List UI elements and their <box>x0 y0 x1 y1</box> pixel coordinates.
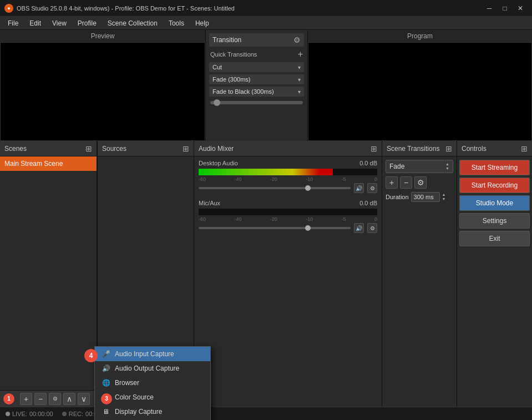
ctx-browser-icon: 🌐 <box>102 378 110 387</box>
transitions-current: Fade <box>389 163 404 170</box>
audio-track-mic-name: Mic/Aux <box>199 200 220 206</box>
audio-track-desktop-header: Desktop Audio 0.0 dB <box>196 159 379 168</box>
transitions-config-btn[interactable]: ⚙ <box>414 176 427 189</box>
program-section: Program <box>308 30 532 141</box>
audio-controls-mic: 🔊 ⚙ <box>196 222 379 234</box>
transition-settings-icon[interactable]: ⚙ <box>293 36 301 44</box>
window-controls: ─ □ ✕ <box>482 3 528 14</box>
transition-fade-item[interactable]: Fade (300ms) ▾ <box>209 74 304 84</box>
studio-mode-button[interactable]: Studio Mode <box>459 195 530 211</box>
audio-content: Desktop Audio 0.0 dB -60 -40 -20 -10 -5 <box>194 156 382 407</box>
sources-panel-config-icon[interactable]: ⊞ <box>183 144 189 153</box>
preview-program-row: Preview Transition ⚙ Quick Transitions +… <box>0 30 532 141</box>
transitions-add-button[interactable]: + <box>386 176 398 189</box>
transition-cut-label: Cut <box>212 64 222 70</box>
ctx-audio-input[interactable]: 🎤 Audio Input Capture <box>95 347 210 361</box>
desktop-settings-button[interactable]: ⚙ <box>367 183 377 193</box>
start-streaming-button[interactable]: Start Streaming <box>459 160 530 175</box>
transition-cut-chevron: ▾ <box>298 64 301 70</box>
menu-profile[interactable]: Profile <box>72 17 102 29</box>
audio-meter-mic-bar <box>199 209 377 215</box>
transitions-updown[interactable]: ▲ ▼ <box>445 162 449 171</box>
desktop-volume-slider[interactable] <box>199 187 351 189</box>
scene-transitions-title: Scene Transitions <box>387 145 439 153</box>
duration-input[interactable] <box>411 192 440 202</box>
app-icon-symbol: ● <box>7 6 10 11</box>
bottom-row: Scenes ⊞ Main Stream Scene 1 + − ⚙ ∧ ∨ S… <box>0 141 532 407</box>
maximize-button[interactable]: □ <box>498 3 512 14</box>
menu-scene-collection[interactable]: Scene Collection <box>102 17 163 29</box>
controls-title: Controls <box>462 145 487 153</box>
audio-mixer-panel: Audio Mixer ⊞ Desktop Audio 0.0 dB <box>194 141 382 407</box>
desktop-mute-button[interactable]: 🔊 <box>354 183 364 193</box>
transitions-remove-button[interactable]: − <box>400 176 412 189</box>
ctx-display-capture-label: Display Capture <box>115 408 162 416</box>
ctx-audio-input-icon: 🎤 <box>102 350 110 358</box>
program-label: Program <box>308 30 532 42</box>
menu-tools[interactable]: Tools <box>163 17 190 29</box>
badge-3: 3 <box>101 393 112 404</box>
ctx-color-source[interactable]: 🎨 Color Source <box>95 390 210 404</box>
audio-controls-desktop: 🔊 ⚙ <box>196 182 379 194</box>
ctx-audio-input-label: Audio Input Capture <box>115 350 174 358</box>
audio-meter-desktop-fill <box>199 169 333 175</box>
ctx-audio-output[interactable]: 🔊 Audio Output Capture <box>95 361 210 376</box>
ctx-audio-output-icon: 🔊 <box>102 364 110 373</box>
quick-transitions-row: Quick Transitions + <box>206 48 307 61</box>
minimize-button[interactable]: ─ <box>482 3 496 14</box>
settings-button[interactable]: Settings <box>459 213 530 229</box>
audio-mixer-header: Audio Mixer ⊞ <box>194 141 382 156</box>
menu-view[interactable]: View <box>47 17 72 29</box>
transitions-dropdown[interactable]: Fade ▲ ▼ <box>386 160 453 173</box>
scene-transitions-config-icon[interactable]: ⊞ <box>445 144 452 153</box>
transition-cut-item[interactable]: Cut ▾ <box>209 62 304 72</box>
transition-section: Transition ⚙ Quick Transitions + Cut ▾ F… <box>205 30 308 141</box>
rec-label: REC: <box>69 411 83 417</box>
close-button[interactable]: ✕ <box>513 3 528 14</box>
scenes-remove-button[interactable]: − <box>34 393 47 405</box>
scene-list: Main Stream Scene <box>0 156 97 390</box>
duration-label: Duration <box>386 194 409 200</box>
audio-mixer-config-icon[interactable]: ⊞ <box>371 144 377 153</box>
controls-config-icon[interactable]: ⊞ <box>521 144 528 153</box>
transition-slider[interactable] <box>210 101 303 104</box>
scenes-panel-config-icon[interactable]: ⊞ <box>85 144 92 153</box>
ctx-color-source-label: Color Source <box>115 393 154 401</box>
transition-fade-black-item[interactable]: Fade to Black (300ms) ▾ <box>209 87 304 97</box>
preview-label: Preview <box>0 30 205 42</box>
status-bar: LIVE: 00:00:00 REC: 00:00:00 CPU: 1.6%, … <box>0 407 532 420</box>
scenes-panel: Scenes ⊞ Main Stream Scene 1 + − ⚙ ∧ ∨ <box>0 141 97 407</box>
sources-panel-header: Sources ⊞ <box>98 141 194 156</box>
duration-updown[interactable]: ▲ ▼ <box>442 193 446 201</box>
transitions-buttons-row: + − ⚙ <box>386 176 453 189</box>
title-bar-left: ● OBS Studio 25.0.8 4-bit, windows) - Pr… <box>4 4 235 13</box>
start-recording-button[interactable]: Start Recording <box>459 178 530 193</box>
menu-help[interactable]: Help <box>190 17 215 29</box>
scenes-down-button[interactable]: ∨ <box>78 393 90 405</box>
app-icon: ● <box>4 4 13 13</box>
scenes-filter-button[interactable]: ⚙ <box>49 393 61 405</box>
transitions-content: Fade ▲ ▼ + − ⚙ Duration ▲ ▼ <box>382 156 457 407</box>
ctx-browser[interactable]: 🌐 Browser <box>95 376 210 390</box>
ctx-display-capture[interactable]: 🖥 Display Capture <box>95 404 210 419</box>
scenes-up-button[interactable]: ∧ <box>63 393 75 405</box>
transition-title: Transition <box>212 36 241 44</box>
live-time: 00:00:00 <box>29 411 53 417</box>
audio-track-desktop-db: 0.0 dB <box>359 160 377 166</box>
scene-transitions-header: Scene Transitions ⊞ <box>382 141 457 156</box>
menu-file[interactable]: File <box>2 17 24 29</box>
mic-mute-button[interactable]: 🔊 <box>354 223 364 233</box>
context-menu: 🎤 Audio Input Capture 🔊 Audio Output Cap… <box>94 346 211 420</box>
scenes-add-button[interactable]: + <box>20 393 32 405</box>
sources-panel-title: Sources <box>102 145 126 153</box>
quick-transitions-add-icon[interactable]: + <box>298 49 303 59</box>
mic-volume-slider[interactable] <box>199 227 351 229</box>
controls-content: Start Streaming Start Recording Studio M… <box>457 156 532 250</box>
menu-edit[interactable]: Edit <box>24 17 47 29</box>
mic-settings-button[interactable]: ⚙ <box>367 223 377 233</box>
scene-item-main-stream[interactable]: Main Stream Scene <box>0 156 97 171</box>
controls-panel: Controls ⊞ Start Streaming Start Recordi… <box>457 141 532 407</box>
transition-slider-thumb <box>214 99 220 106</box>
exit-button[interactable]: Exit <box>459 231 530 246</box>
title-bar: ● OBS Studio 25.0.8 4-bit, windows) - Pr… <box>0 0 532 17</box>
